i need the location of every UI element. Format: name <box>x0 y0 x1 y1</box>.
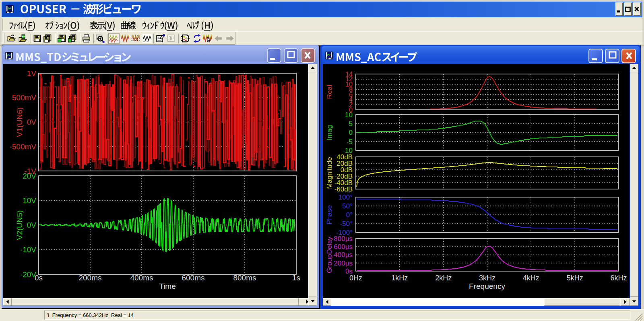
svg-text:0V: 0V <box>27 221 37 229</box>
svg-text:0s: 0s <box>35 274 43 282</box>
svg-text:800µs: 800µs <box>334 235 353 243</box>
svg-text:800ms: 800ms <box>233 274 256 282</box>
svg-text:-500mV: -500mV <box>9 142 36 151</box>
svg-text:600µs: 600µs <box>334 243 353 251</box>
svg-text:600ms: 600ms <box>182 274 204 282</box>
svg-text:200µs: 200µs <box>334 259 353 267</box>
svg-text:6kHz: 6kHz <box>610 274 627 282</box>
svg-text:-20V: -20V <box>20 270 36 279</box>
svg-text:4kHz: 4kHz <box>523 274 539 282</box>
svg-text:0Hz: 0Hz <box>349 274 362 282</box>
svg-text:5kHz: 5kHz <box>567 274 583 282</box>
svg-text:-10V: -10V <box>20 245 36 254</box>
svg-text:50°: 50° <box>342 202 353 210</box>
svg-text:Real: Real <box>326 85 333 99</box>
svg-text:Phase: Phase <box>326 205 333 224</box>
svg-text:3kHz: 3kHz <box>479 274 495 282</box>
svg-text:Frequency: Frequency <box>469 282 505 290</box>
svg-text:10: 10 <box>345 111 353 119</box>
svg-text:GroupDelay: GroupDelay <box>326 237 333 273</box>
svg-text:400ms: 400ms <box>130 274 153 282</box>
svg-text:Magnitude: Magnitude <box>326 157 333 189</box>
svg-text:0V: 0V <box>27 118 37 126</box>
svg-text:-60dB: -60dB <box>334 185 353 193</box>
svg-text:400µs: 400µs <box>334 251 353 259</box>
svg-text:10V: 10V <box>23 196 36 205</box>
svg-text:100°: 100° <box>339 193 353 201</box>
svg-text:20V: 20V <box>23 172 36 180</box>
svg-text:0°: 0° <box>346 211 353 219</box>
svg-text:0: 0 <box>349 129 353 136</box>
svg-text:200ms: 200ms <box>78 274 101 282</box>
svg-text:V1(UN6): V1(UN6) <box>15 107 24 137</box>
svg-text:Time: Time <box>159 282 176 290</box>
svg-text:5: 5 <box>349 120 353 128</box>
svg-text:500mV: 500mV <box>12 93 37 102</box>
svg-text:1s: 1s <box>292 274 300 282</box>
svg-text:1V: 1V <box>27 69 37 78</box>
svg-text:Imag: Imag <box>326 125 333 140</box>
svg-text:V2(UN5): V2(UN5) <box>15 210 24 240</box>
svg-text:2kHz: 2kHz <box>435 274 452 282</box>
svg-text:1kHz: 1kHz <box>391 274 408 282</box>
svg-text:-5: -5 <box>347 138 353 146</box>
svg-text:-50°: -50° <box>340 220 353 228</box>
